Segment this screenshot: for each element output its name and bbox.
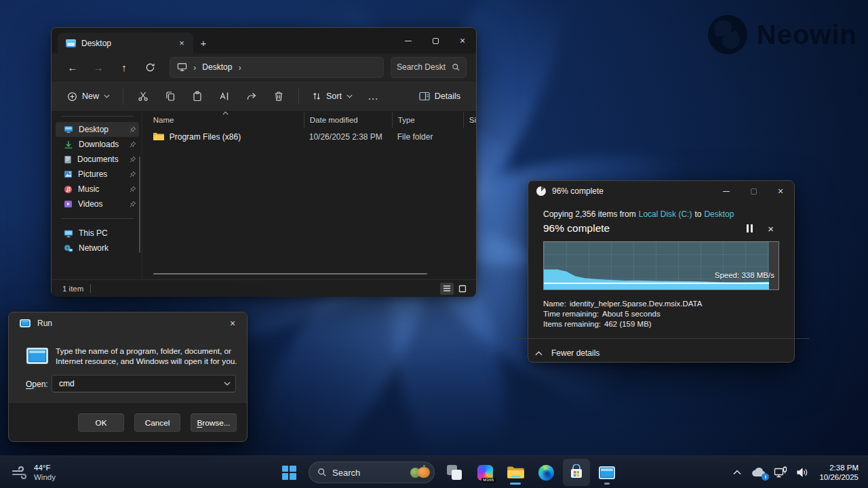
speaker-icon (796, 467, 809, 478)
tab-close-icon[interactable]: × (176, 38, 188, 48)
name-value: identity_helper.Sparse.Dev.msix.DATA (570, 300, 703, 308)
music-icon (64, 185, 73, 194)
details-pane-button[interactable]: Details (413, 85, 467, 108)
edge-icon (538, 465, 554, 481)
share-icon (246, 91, 257, 102)
chevron-down-icon[interactable] (219, 382, 235, 386)
microsoft-store-button[interactable] (563, 459, 590, 486)
sidebar-item-this-pc[interactable]: This PC (56, 226, 139, 241)
explorer-toolbar: New (52, 81, 476, 112)
network-tray-button[interactable] (770, 459, 791, 486)
paste-button[interactable] (184, 85, 210, 108)
run-open-input[interactable] (52, 379, 219, 388)
trash-icon (273, 91, 284, 102)
start-button[interactable] (275, 459, 302, 486)
pause-button[interactable] (747, 224, 753, 232)
cut-button[interactable] (130, 85, 156, 108)
copy-destination-link[interactable]: Desktop (704, 209, 734, 219)
explorer-tab-desktop[interactable]: Desktop × (58, 33, 193, 54)
back-button[interactable]: ← (61, 57, 84, 77)
minimize-button[interactable] (713, 181, 740, 201)
column-headers: Name Date modified Type Si (142, 112, 476, 128)
column-header-type[interactable]: Type (392, 112, 463, 128)
clock-time: 2:38 PM (819, 463, 859, 472)
onedrive-tray-button[interactable]: i (749, 459, 769, 486)
name-label: Name: (543, 299, 566, 309)
explorer-search-value: Search Deskt (397, 62, 449, 72)
sidebar-item-documents[interactable]: Documents (56, 152, 139, 167)
weather-widget[interactable]: 44°F Windy (7, 456, 60, 488)
close-button[interactable]: × (218, 312, 247, 334)
taskbar-clock[interactable]: 2:38 PM 10/26/2025 (814, 463, 864, 482)
edge-button[interactable] (532, 459, 559, 486)
m365-copilot-button[interactable]: M365 (471, 459, 498, 486)
browse-button[interactable]: Browse... (191, 413, 237, 432)
explorer-sidebar: Desktop Downloads Documents (52, 112, 142, 279)
column-header-date-modified[interactable]: Date modified (304, 112, 392, 128)
copy-button[interactable] (157, 85, 183, 108)
minimize-button[interactable] (395, 28, 422, 54)
cancel-button[interactable]: Cancel (134, 413, 180, 432)
sidebar-item-network[interactable]: Network (56, 241, 139, 256)
copy-items-remaining-row: Items remaining:462 (159 MB) (543, 319, 779, 329)
close-button[interactable]: × (767, 181, 794, 201)
sort-button[interactable]: Sort (306, 85, 359, 108)
this-pc-icon (64, 229, 73, 238)
new-button[interactable]: New (61, 85, 116, 108)
details-view-toggle[interactable] (440, 283, 454, 295)
taskbar-search-box[interactable]: Search (309, 462, 435, 483)
fewer-details-button[interactable]: Fewer details (528, 339, 794, 367)
share-button[interactable] (239, 85, 264, 108)
run-dialog: Run × Type the name of a program, folder… (8, 312, 248, 442)
file-row[interactable]: Program Files (x86) 10/26/2025 2:38 PM F… (142, 128, 476, 145)
sidebar-item-pictures[interactable]: Pictures (56, 167, 139, 182)
run-open-combobox[interactable] (52, 375, 236, 392)
run-dialog-footer: OK Cancel Browse... (9, 403, 247, 441)
chevron-up-icon (733, 470, 741, 475)
up-button[interactable]: ↑ (113, 57, 136, 77)
ok-button[interactable]: OK (78, 413, 124, 432)
new-tab-button[interactable]: + (193, 33, 214, 54)
large-icons-view-icon (458, 285, 467, 293)
explorer-search-input[interactable]: Search Deskt (391, 57, 467, 78)
copy-description-conjunction: to (694, 209, 701, 219)
file-explorer-button[interactable] (502, 459, 529, 486)
refresh-button[interactable] (138, 57, 161, 77)
speed-label: Speed: 338 MB/s (715, 271, 774, 279)
tray-show-hidden-icons-button[interactable] (727, 459, 747, 486)
sidebar-scrollbar[interactable] (139, 157, 140, 253)
rename-button[interactable] (212, 85, 237, 108)
percent-complete-text: 96% complete (543, 222, 610, 235)
breadcrumb[interactable]: › Desktop › (170, 57, 384, 78)
copy-source-link[interactable]: Local Disk (C:) (639, 209, 692, 219)
forward-button[interactable]: → (87, 57, 110, 77)
copy-description: Copying 2,356 items from Local Disk (C:)… (543, 209, 779, 219)
volume-tray-button[interactable] (792, 459, 812, 486)
pin-icon (130, 126, 136, 133)
column-header-size[interactable]: Si (463, 112, 476, 128)
maximize-button[interactable] (740, 181, 767, 201)
more-options-button[interactable]: … (360, 85, 386, 108)
new-button-label: New (82, 92, 99, 101)
copy-dialog-title-bar: 96% complete × (528, 181, 794, 201)
task-view-button[interactable] (441, 459, 468, 486)
close-button[interactable]: × (449, 28, 476, 54)
icons-view-toggle[interactable] (456, 283, 469, 295)
neowin-brand-text: Neowin (757, 20, 857, 50)
sidebar-item-music[interactable]: Music (56, 182, 139, 197)
column-header-name[interactable]: Name (153, 112, 304, 128)
breadcrumb-location[interactable]: Desktop (202, 62, 232, 72)
explorer-tab-icon (66, 39, 76, 47)
list-view-icon (443, 285, 451, 292)
sidebar-item-videos[interactable]: Videos (56, 197, 139, 211)
sidebar-item-desktop[interactable]: Desktop (56, 122, 139, 137)
sidebar-item-downloads[interactable]: Downloads (56, 137, 139, 152)
horizontal-scrollbar[interactable] (153, 273, 427, 274)
copy-time-remaining-row: Time remaining:About 5 seconds (543, 309, 779, 319)
videos-icon (64, 200, 73, 208)
delete-button[interactable] (266, 85, 292, 108)
cancel-copy-button[interactable]: × (768, 223, 774, 235)
sidebar-item-label: This PC (79, 228, 108, 238)
maximize-button[interactable] (422, 28, 449, 54)
run-app-button[interactable] (593, 459, 620, 486)
